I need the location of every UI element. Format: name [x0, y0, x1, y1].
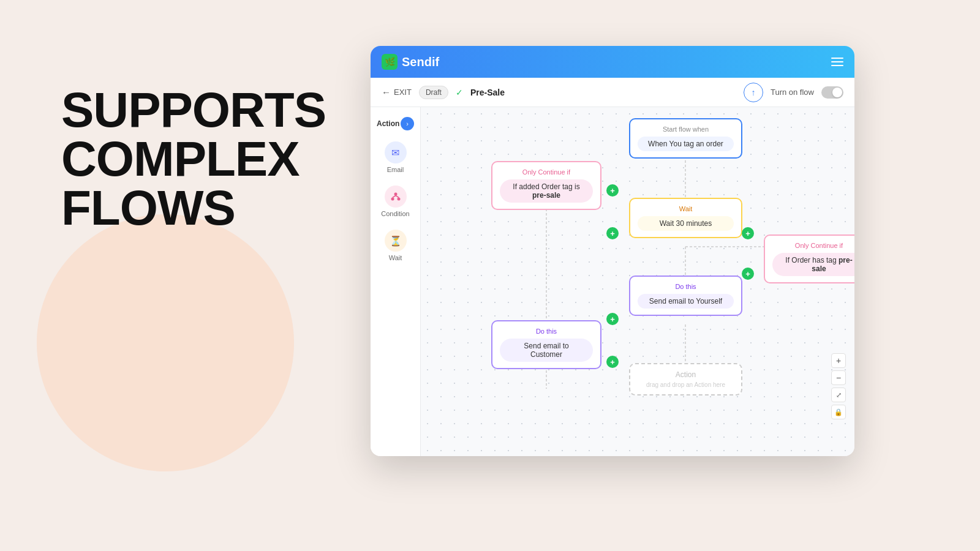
app-header: 🌿 Sendif: [371, 46, 854, 78]
wait-node[interactable]: Wait Wait 30 minutes: [629, 198, 742, 238]
plus-button-6[interactable]: +: [606, 356, 619, 368]
action-self-title: Do this: [638, 283, 734, 290]
sidebar-wait-label: Wait: [389, 254, 402, 261]
svg-point-2: [397, 198, 400, 201]
upload-icon[interactable]: ↑: [744, 83, 763, 102]
condition-left-title: Only Continue if: [500, 168, 593, 176]
condition-left-content: If added Order tag is pre-sale: [500, 179, 593, 203]
sidebar-item-condition[interactable]: Condition: [371, 179, 420, 223]
logo-icon: 🌿: [382, 54, 398, 70]
plus-button-5[interactable]: +: [606, 313, 619, 325]
condition-icon: [385, 186, 407, 208]
canvas: Start flow when When You tag an order On…: [421, 107, 854, 456]
action-customer-content: Send email to Customer: [500, 339, 593, 362]
exit-label: EXIT: [394, 88, 412, 97]
left-panel: SUPPORTS COMPLEX FLOWS: [61, 86, 392, 233]
plus-button-1[interactable]: +: [606, 184, 619, 197]
app-name: Sendif: [402, 55, 439, 69]
wait-title: Wait: [638, 205, 734, 212]
action-customer-title: Do this: [500, 328, 593, 335]
toggle-thumb: [832, 88, 842, 97]
plus-button-4[interactable]: +: [742, 268, 754, 280]
sidebar-item-email[interactable]: ✉ Email: [371, 135, 420, 179]
start-flow-node[interactable]: Start flow when When You tag an order: [629, 118, 742, 159]
app-logo: 🌿 Sendif: [382, 54, 439, 70]
plus-button-2[interactable]: +: [606, 227, 619, 239]
hamburger-menu-icon[interactable]: [831, 58, 843, 66]
main-title: SUPPORTS COMPLEX FLOWS: [61, 86, 392, 233]
zoom-out-button[interactable]: −: [831, 370, 846, 385]
sidebar-condition-label: Condition: [381, 210, 409, 217]
svg-line-4: [396, 196, 399, 198]
condition-right-title: Only Continue if: [772, 242, 854, 249]
draft-badge[interactable]: Draft: [419, 86, 448, 99]
wait-icon: ⏳: [385, 230, 407, 252]
check-icon: ✓: [456, 88, 463, 97]
placeholder-subtitle: drag and drop an Action here: [638, 381, 734, 388]
condition-right-node[interactable]: Only Continue if If Order has tag pre-sa…: [764, 234, 854, 283]
email-icon: ✉: [385, 141, 407, 163]
start-flow-title: Start flow when: [638, 126, 734, 133]
plus-button-3[interactable]: +: [742, 227, 754, 239]
app-main: Action › ✉ Email Condition: [371, 107, 854, 456]
sidebar-item-wait[interactable]: ⏳ Wait: [371, 223, 420, 268]
action-self-node[interactable]: Do this Send email to Yourself: [629, 276, 742, 316]
app-window: 🌿 Sendif ← EXIT Draft ✓ Pre-Sale ↑ Turn …: [371, 46, 854, 456]
zoom-in-button[interactable]: +: [831, 353, 846, 368]
toolbar-right: ↑ Turn on flow: [744, 83, 843, 102]
zoom-lock-button[interactable]: 🔒: [831, 405, 846, 419]
sidebar: Action › ✉ Email Condition: [371, 107, 421, 456]
bg-circle: [37, 214, 294, 471]
zoom-controls: + − ⤢ 🔒: [831, 353, 846, 419]
condition-right-content: If Order has tag pre-sale: [772, 253, 854, 276]
turn-on-toggle[interactable]: [821, 86, 843, 99]
svg-point-1: [391, 198, 394, 201]
exit-arrow-icon: ←: [382, 87, 391, 97]
exit-button[interactable]: ← EXIT: [382, 87, 412, 97]
action-self-content: Send email to Yourself: [638, 294, 734, 309]
svg-line-3: [393, 196, 396, 198]
svg-point-0: [394, 193, 397, 196]
condition-left-node[interactable]: Only Continue if If added Order tag is p…: [491, 161, 601, 210]
action-customer-node[interactable]: Do this Send email to Customer: [491, 320, 601, 369]
placeholder-title: Action: [638, 370, 734, 379]
sidebar-header-label: Action: [377, 119, 399, 128]
flow-name: Pre-Sale: [470, 88, 505, 97]
sidebar-arrow-icon: ›: [401, 117, 414, 130]
toolbar: ← EXIT Draft ✓ Pre-Sale ↑ Turn on flow: [371, 78, 854, 107]
start-flow-content: When You tag an order: [638, 137, 734, 151]
turn-on-label: Turn on flow: [771, 88, 814, 97]
wait-content: Wait 30 minutes: [638, 216, 734, 231]
sidebar-email-label: Email: [387, 166, 404, 173]
action-placeholder-node[interactable]: Action drag and drop an Action here: [629, 363, 742, 395]
zoom-fit-button[interactable]: ⤢: [831, 388, 846, 402]
